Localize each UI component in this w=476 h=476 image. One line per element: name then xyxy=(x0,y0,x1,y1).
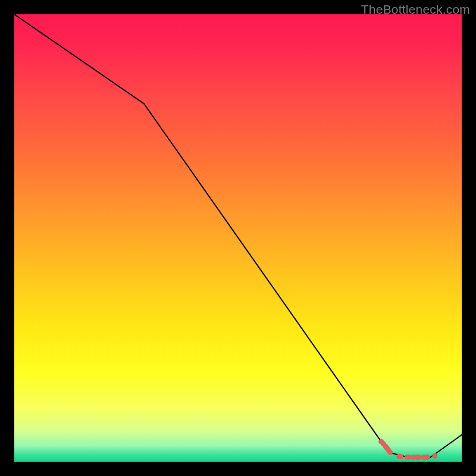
data-marker xyxy=(432,453,437,459)
data-marker xyxy=(425,455,430,460)
plot-area xyxy=(14,14,462,462)
data-marker xyxy=(416,455,421,460)
data-marker xyxy=(387,450,393,455)
chart-frame: TheBottleneck.com xyxy=(0,0,476,476)
data-marker xyxy=(398,454,403,459)
attribution-text: TheBottleneck.com xyxy=(361,2,470,17)
gradient-plot-svg xyxy=(14,14,462,462)
